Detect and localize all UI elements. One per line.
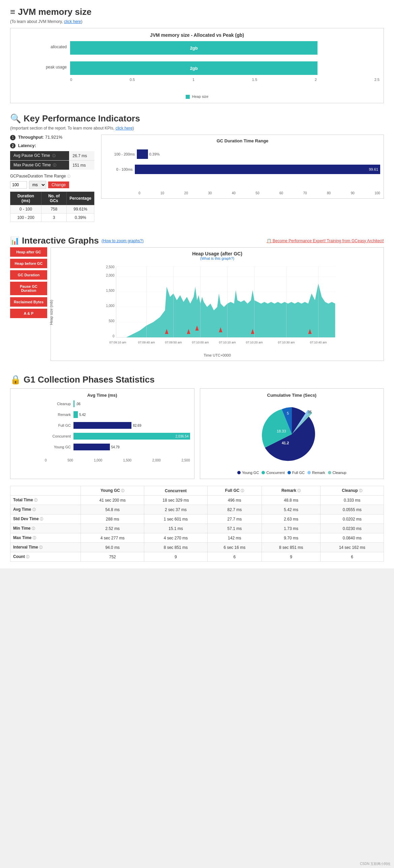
pie-label-remark: .05 <box>307 410 312 414</box>
total-cleanup: 0.333 ms <box>321 496 384 505</box>
interactive-title: Interactive Graphs <box>22 235 99 246</box>
gc-row-1: 100 - 200 3 0.39% <box>10 214 94 222</box>
gc-duration-chart-title: GC Duration Time Range <box>105 138 380 143</box>
g1-section: 🔒 G1 Collection Phases Statistics Avg Ti… <box>10 374 384 562</box>
peak-label: peak usage <box>41 65 67 69</box>
duration-select[interactable]: ms sec <box>29 181 46 189</box>
total-full: 496 ms <box>207 496 262 505</box>
remark-label: Remark <box>45 413 73 417</box>
jvm-title: ≡ JVM memory size <box>10 7 384 17</box>
jvm-link[interactable]: click here <box>64 19 81 24</box>
concurrent-value-inside: 2,036.54 <box>176 435 189 438</box>
btn-a-and-p[interactable]: A & P <box>10 309 47 318</box>
row-interval-time: Interval Time ⓘ 94.0 ms 8 sec 851 ms 6 s… <box>10 543 384 552</box>
svg-text:1,000: 1,000 <box>106 304 114 308</box>
g1-charts-row: Avg Time (ms) Cleanup .06 Remark 5.42 <box>10 388 384 479</box>
max-pause-row: Max Pause GC Time ⓘ 151 ms <box>10 161 94 170</box>
remark-fill <box>73 411 78 418</box>
heap-chart-subtitle[interactable]: (What is this graph?) <box>54 256 380 260</box>
svg-text:07:09:40 am: 07:09:40 am <box>138 341 155 344</box>
peak-bar: 2gb <box>70 61 317 75</box>
gc-col-pct: Percentage <box>67 192 94 205</box>
svg-text:07:10:20 am: 07:10:20 am <box>246 341 263 344</box>
kpi-link[interactable]: click here <box>116 126 133 131</box>
gc-pause-label: GCPauseDuration Time Range ⓘ <box>10 174 94 179</box>
g1-title: 🔒 G1 Collection Phases Statistics <box>10 374 384 385</box>
heap-chart-container: Heap Usage (after GC) (What is this grap… <box>51 247 384 361</box>
btn-reclaimed-bytes[interactable]: Reclaimed Bytes <box>10 297 47 307</box>
kpi-metrics-table: Avg Pause GC Time ⓘ 26.7 ms Max Pause GC… <box>10 151 94 170</box>
count-full: 6 <box>207 552 262 562</box>
row-std-dev: Std Dev Time ⓘ 288 ms 1 sec 601 ms 27.7 … <box>10 514 384 524</box>
metric-interval-time: Interval Time ⓘ <box>10 543 81 552</box>
bar-100-200-value: 0.39% <box>149 152 160 156</box>
legend-young-gc: Young GC <box>237 471 259 475</box>
min-concurrent: 15.1 ms <box>144 524 208 533</box>
max-pause-label: Max Pause GC Time ⓘ <box>10 161 69 170</box>
gc-pct-0: 99.61% <box>67 205 94 214</box>
duration-input-row: ms sec Change <box>10 181 94 189</box>
col-cleanup: Cleanup ⓘ <box>321 486 384 496</box>
max-cleanup: 0.0840 ms <box>321 533 384 543</box>
gc-range-1: 100 - 200 <box>10 214 41 222</box>
svg-text:07:10:10 am: 07:10:10 am <box>219 341 236 344</box>
latency-badge: 2 <box>10 143 16 148</box>
interval-remark: 8 sec 851 ms <box>262 543 320 552</box>
avg-young: 54.8 ms <box>81 505 144 514</box>
duration-input[interactable] <box>10 181 27 189</box>
metric-total-time: Total Time ⓘ <box>10 496 81 505</box>
kpi-left: 1 Throughput: 71.921% 2 Latency: Avg Pau… <box>10 135 94 222</box>
promo-text: 📋 Become Performance Expert! Training fr… <box>267 239 384 243</box>
pie-label-fullgc: 5 <box>287 411 289 415</box>
metric-count: Count ⓘ <box>10 552 81 562</box>
jvm-chart-container: JVM memory size - Allocated vs Peak (gb)… <box>10 28 384 103</box>
pie-label-concurrent: 18.33 <box>277 429 286 433</box>
legend-concurrent: Concurrent <box>262 471 284 475</box>
kpi-title: 🔍 Key Performance Indicators <box>10 113 384 124</box>
max-pause-value: 151 ms <box>69 161 94 170</box>
btn-pause-gc-duration[interactable]: Pause GC Duration <box>10 282 47 295</box>
concurrent-bar: Concurrent 2,036.54 <box>45 433 190 440</box>
stats-header-row: Young GC ⓘ Concurrent Full GC ⓘ Remark ⓘ… <box>10 486 384 496</box>
fullgc-fill <box>73 422 131 429</box>
change-button[interactable]: Change <box>48 181 69 188</box>
btn-gc-duration[interactable]: GC Duration <box>10 270 47 280</box>
kpi-subtitle: (Important section of the report. To lea… <box>10 126 384 131</box>
gc-duration-bars: 100 - 200ms 0.39% 0 - 100ms 99.61 <box>105 146 380 190</box>
min-cleanup: 0.0230 ms <box>321 524 384 533</box>
younggc-value: 54.79 <box>110 445 120 449</box>
btn-heap-before-gc[interactable]: Heap before GC <box>10 259 47 268</box>
g1-stats-table: Young GC ⓘ Concurrent Full GC ⓘ Remark ⓘ… <box>10 486 384 562</box>
graph-buttons: Heap after GC Heap before GC GC Duration… <box>10 247 51 361</box>
total-concurrent: 18 sec 329 ms <box>144 496 208 505</box>
max-full: 142 ms <box>207 533 262 543</box>
bar-100-200-fill <box>137 149 148 159</box>
younggc-fill <box>73 444 110 450</box>
gc-table-header: Duration (ms) No. of GCs Percentage <box>10 192 94 205</box>
count-remark: 9 <box>262 552 320 562</box>
svg-text:07:10:00 am: 07:10:00 am <box>192 341 209 344</box>
bar-0-100-value: 99.61 <box>369 167 378 171</box>
col-full-gc: Full GC ⓘ <box>207 486 262 496</box>
zoom-hint[interactable]: (How to zoom graphs?) <box>101 239 144 243</box>
max-young: 4 sec 277 ms <box>81 533 144 543</box>
btn-heap-after-gc[interactable]: Heap after GC <box>10 247 47 257</box>
heap-svg-container: Heap size (mb) 0 500 1,000 1,500 2,000 2… <box>54 263 380 357</box>
younggc-bar: Young GC 54.79 <box>45 444 190 450</box>
jvm-bar-chart: allocated 2gb peak usage 2gb 0 0.5 1 <box>14 41 380 92</box>
interactive-header: 📊 Interactive Graphs (How to zoom graphs… <box>10 235 384 246</box>
concurrent-fill: 2,036.54 <box>73 433 190 440</box>
pie-legend: Young GC Concurrent Full GC Remark <box>237 471 346 475</box>
younggc-label: Young GC <box>45 445 73 449</box>
count-young: 752 <box>81 552 144 562</box>
svg-text:2,000: 2,000 <box>106 274 114 277</box>
fullgc-value: 82.69 <box>131 424 141 427</box>
bar-100-200-label: 100 - 200ms <box>105 152 137 156</box>
gc-range-table: Duration (ms) No. of GCs Percentage 0 - … <box>10 192 94 222</box>
heap-y-label: Heap size (mb) <box>49 300 53 325</box>
total-young: 41 sec 200 ms <box>81 496 144 505</box>
legend-dot-cleanup <box>328 471 331 474</box>
legend-remark: Remark <box>307 471 325 475</box>
std-remark: 2.63 ms <box>262 514 320 524</box>
metric-max-time: Max Time ⓘ <box>10 533 81 543</box>
